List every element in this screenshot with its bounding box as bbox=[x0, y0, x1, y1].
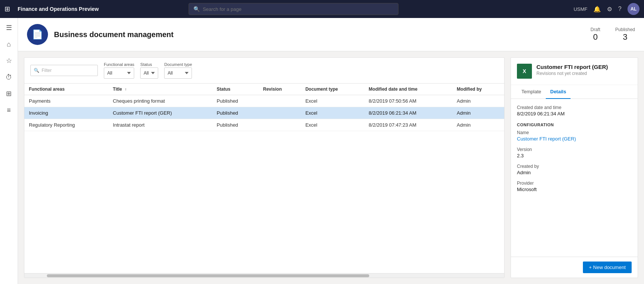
page-title: Business document management bbox=[54, 30, 584, 39]
draft-stat: Draft 0 bbox=[590, 27, 600, 42]
filter-input[interactable] bbox=[42, 68, 94, 73]
table-cell-row2-col1: Intrastat report bbox=[108, 119, 212, 131]
published-label: Published bbox=[615, 27, 635, 32]
detail-header-text: Customer FTI report (GER) Revisions not … bbox=[536, 64, 608, 76]
title-sort-icon: ↑ bbox=[125, 87, 127, 91]
sidebar-recent[interactable]: ⏱ bbox=[2, 70, 16, 84]
table-cell-row1-col4: Excel bbox=[301, 107, 364, 119]
col-header-revision[interactable]: Revision bbox=[259, 84, 301, 95]
search-input[interactable] bbox=[203, 6, 394, 12]
main-content: 📄 Business document management Draft 0 P… bbox=[18, 18, 644, 284]
draft-count: 0 bbox=[590, 32, 600, 42]
created-by-label: Created by bbox=[517, 164, 632, 169]
table-row[interactable]: PaymentsCheques printing formatPublished… bbox=[24, 95, 504, 107]
published-count: 3 bbox=[615, 32, 635, 42]
status-select[interactable]: All bbox=[140, 67, 158, 79]
provider-value: Microsoft bbox=[517, 187, 632, 192]
tab-template[interactable]: Template bbox=[517, 85, 546, 99]
table-cell-row1-col0: Invoicing bbox=[24, 107, 108, 119]
table-cell-row2-col4: Excel bbox=[301, 119, 364, 131]
name-field: Name Customer FTI report (GER) bbox=[517, 130, 632, 142]
table-cell-row0-col1: Cheques printing format bbox=[108, 95, 212, 107]
detail-tabs: Template Details bbox=[511, 85, 638, 99]
sidebar-favorites[interactable]: ☆ bbox=[2, 54, 16, 67]
name-label: Name bbox=[517, 130, 632, 135]
functional-areas-filter: Functional areas All bbox=[104, 62, 134, 79]
table-row[interactable]: InvoicingCustomer FTI report (GER)Publis… bbox=[24, 107, 504, 119]
configuration-section-title: CONFIGURATION bbox=[517, 123, 632, 127]
detail-excel-icon: X bbox=[517, 64, 532, 79]
table-cell-row1-col3 bbox=[259, 107, 301, 119]
col-header-modified-datetime[interactable]: Modified date and time bbox=[364, 84, 452, 95]
col-header-title[interactable]: Title ↑ bbox=[108, 84, 212, 95]
document-type-label: Document type bbox=[164, 62, 192, 67]
table-cell-row2-col2: Published bbox=[212, 119, 259, 131]
version-value: 2.3 bbox=[517, 153, 632, 158]
filter-search-icon: 🔍 bbox=[34, 68, 39, 73]
filter-search-box[interactable]: 🔍 bbox=[30, 65, 98, 76]
page-stats: Draft 0 Published 3 bbox=[590, 27, 635, 42]
col-header-document-type[interactable]: Document type bbox=[301, 84, 364, 95]
document-type-filter: Document type All bbox=[164, 62, 192, 79]
scrollbar-thumb[interactable] bbox=[47, 274, 369, 277]
user-avatar[interactable]: AL bbox=[628, 3, 640, 15]
table-cell-row1-col1: Customer FTI report (GER) bbox=[108, 107, 212, 119]
functional-areas-select[interactable]: All bbox=[104, 67, 134, 79]
nav-right: USMF 🔔 ⚙ ? AL bbox=[574, 3, 640, 15]
notification-icon[interactable]: 🔔 bbox=[593, 6, 601, 13]
table-cell-row1-col5: 8/2/2019 06:21:34 AM bbox=[364, 107, 452, 119]
document-type-select[interactable]: All bbox=[164, 67, 192, 79]
table-cell-row0-col6: Admin bbox=[452, 95, 504, 107]
table-cell-row1-col2: Published bbox=[212, 107, 259, 119]
tab-details[interactable]: Details bbox=[546, 85, 571, 99]
sidebar-home[interactable]: ⌂ bbox=[2, 37, 16, 51]
created-datetime-label: Created date and time bbox=[517, 105, 632, 110]
app-grid-icon[interactable]: ⊞ bbox=[4, 5, 10, 13]
status-filter: Status All bbox=[140, 62, 158, 79]
table-panel: 🔍 Functional areas All Status All bbox=[24, 57, 505, 278]
filter-bar: 🔍 Functional areas All Status All bbox=[24, 58, 504, 84]
created-datetime-value: 8/2/2019 06:21:34 AM bbox=[517, 111, 632, 117]
detail-header: X Customer FTI report (GER) Revisions no… bbox=[511, 58, 638, 85]
created-datetime-field: Created date and time 8/2/2019 06:21:34 … bbox=[517, 105, 632, 117]
detail-subtitle: Revisions not yet created bbox=[536, 71, 608, 76]
draft-label: Draft bbox=[590, 27, 600, 32]
version-label: Version bbox=[517, 147, 632, 152]
table-cell-row0-col4: Excel bbox=[301, 95, 364, 107]
sidebar: ☰ ⌂ ☆ ⏱ ⊞ ≡ bbox=[0, 18, 18, 284]
app-title: Finance and Operations Preview bbox=[18, 6, 99, 12]
data-table: Functional areas Title ↑ Status Revision… bbox=[24, 84, 504, 273]
status-label: Status bbox=[140, 62, 158, 67]
table-cell-row1-col6: Admin bbox=[452, 107, 504, 119]
functional-areas-label: Functional areas bbox=[104, 62, 134, 67]
search-icon: 🔍 bbox=[193, 6, 200, 12]
table-cell-row2-col6: Admin bbox=[452, 119, 504, 131]
col-header-status[interactable]: Status bbox=[212, 84, 259, 95]
page-logo-icon: 📄 bbox=[32, 29, 43, 40]
table-row[interactable]: Regulatory ReportingIntrastat reportPubl… bbox=[24, 119, 504, 131]
help-icon[interactable]: ? bbox=[618, 6, 622, 12]
new-document-button[interactable]: + New document bbox=[583, 262, 632, 273]
created-by-field: Created by Admin bbox=[517, 164, 632, 175]
search-bar[interactable]: 🔍 bbox=[189, 3, 398, 15]
sidebar-workspaces[interactable]: ⊞ bbox=[2, 87, 16, 100]
col-header-functional-areas[interactable]: Functional areas bbox=[24, 84, 108, 95]
body-area: 🔍 Functional areas All Status All bbox=[18, 51, 644, 284]
horizontal-scrollbar[interactable] bbox=[24, 273, 504, 278]
detail-title: Customer FTI report (GER) bbox=[536, 64, 608, 70]
documents-table: Functional areas Title ↑ Status Revision… bbox=[24, 84, 504, 131]
table-cell-row0-col0: Payments bbox=[24, 95, 108, 107]
settings-icon[interactable]: ⚙ bbox=[607, 6, 612, 13]
detail-footer: + New document bbox=[511, 257, 638, 278]
user-region: USMF bbox=[574, 6, 587, 12]
table-cell-row0-col2: Published bbox=[212, 95, 259, 107]
table-header-row: Functional areas Title ↑ Status Revision… bbox=[24, 84, 504, 95]
table-cell-row2-col5: 8/2/2019 07:47:23 AM bbox=[364, 119, 452, 131]
sidebar-hamburger[interactable]: ☰ bbox=[2, 21, 16, 34]
detail-body: Created date and time 8/2/2019 06:21:34 … bbox=[511, 99, 638, 257]
name-value[interactable]: Customer FTI report (GER) bbox=[517, 136, 576, 142]
sidebar-modules[interactable]: ≡ bbox=[2, 103, 16, 117]
version-field: Version 2.3 bbox=[517, 147, 632, 158]
table-body: PaymentsCheques printing formatPublished… bbox=[24, 95, 504, 131]
col-header-modified-by[interactable]: Modified by bbox=[452, 84, 504, 95]
